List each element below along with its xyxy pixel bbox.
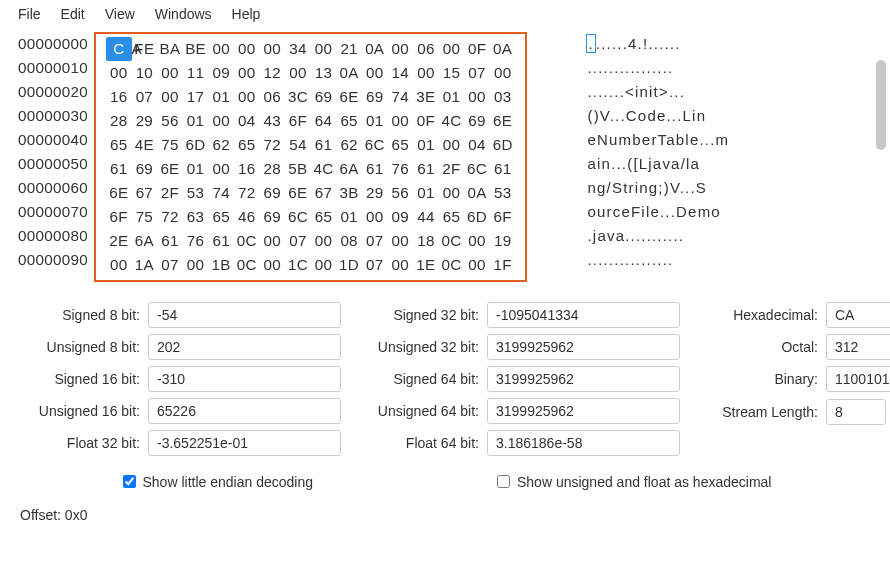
hex-byte[interactable]: 72 bbox=[260, 133, 286, 157]
input-u8[interactable] bbox=[148, 334, 341, 360]
hex-byte[interactable]: 0A bbox=[464, 181, 490, 205]
hex-byte[interactable]: 65 bbox=[106, 133, 132, 157]
checkbox-endian[interactable] bbox=[123, 475, 136, 488]
hex-byte[interactable]: 1A bbox=[132, 253, 158, 277]
hex-byte[interactable]: 6F bbox=[285, 109, 311, 133]
hex-byte[interactable]: 69 bbox=[464, 109, 490, 133]
hex-byte[interactable]: 76 bbox=[388, 157, 414, 181]
hex-row[interactable]: 160700170100063C696E69743E010003 bbox=[106, 85, 516, 109]
hex-byte[interactable]: 09 bbox=[208, 61, 234, 85]
input-u64[interactable] bbox=[487, 398, 680, 424]
hex-byte[interactable]: 6D bbox=[490, 133, 516, 157]
hex-byte[interactable]: 4C bbox=[439, 109, 465, 133]
hex-byte[interactable]: 00 bbox=[388, 229, 414, 253]
hex-byte[interactable]: 1B bbox=[208, 253, 234, 277]
hex-byte[interactable]: 53 bbox=[490, 181, 516, 205]
hex-byte[interactable]: 72 bbox=[234, 181, 260, 205]
hex-byte[interactable]: 00 bbox=[183, 253, 209, 277]
hex-byte[interactable]: 07 bbox=[132, 85, 158, 109]
hex-row[interactable]: 0010001109001200130A001400150700 bbox=[106, 61, 516, 85]
hex-byte[interactable]: 44 bbox=[413, 205, 439, 229]
hex-byte[interactable]: 69 bbox=[362, 85, 388, 109]
hex-byte[interactable]: 00 bbox=[388, 37, 414, 61]
checkbox-endian-label[interactable]: Show little endian decoding bbox=[119, 472, 313, 491]
hex-byte[interactable]: 6A bbox=[132, 229, 158, 253]
hex-byte[interactable]: 12 bbox=[260, 61, 286, 85]
hex-byte[interactable]: 6A bbox=[336, 157, 362, 181]
hex-byte[interactable]: 0F bbox=[413, 109, 439, 133]
hex-byte[interactable]: 00 bbox=[388, 109, 414, 133]
ascii-row[interactable]: ain...([Ljava/la bbox=[587, 152, 729, 176]
hex-byte[interactable]: 00 bbox=[208, 37, 234, 61]
input-f64[interactable] bbox=[487, 430, 680, 456]
hex-byte[interactable]: 29 bbox=[132, 109, 158, 133]
hex-byte[interactable]: 00 bbox=[362, 61, 388, 85]
hex-byte[interactable]: 65 bbox=[208, 205, 234, 229]
hex-byte[interactable]: 3E bbox=[413, 85, 439, 109]
ascii-row[interactable]: .......<init>... bbox=[587, 80, 729, 104]
input-s64[interactable] bbox=[487, 366, 680, 392]
hex-byte[interactable]: 6F bbox=[490, 205, 516, 229]
hex-byte[interactable]: 75 bbox=[132, 205, 158, 229]
menu-file[interactable]: File bbox=[8, 4, 51, 24]
hex-byte[interactable]: 65 bbox=[336, 109, 362, 133]
hex-byte[interactable]: 0C bbox=[234, 253, 260, 277]
hex-byte[interactable]: 07 bbox=[157, 253, 183, 277]
hex-byte[interactable]: 5B bbox=[285, 157, 311, 181]
input-hex[interactable] bbox=[826, 302, 890, 328]
hex-byte[interactable]: 00 bbox=[234, 37, 260, 61]
hex-byte[interactable]: 62 bbox=[208, 133, 234, 157]
hex-row[interactable]: CAFEBABE0000003400210A0006000F0A bbox=[106, 37, 516, 61]
hex-byte[interactable]: 04 bbox=[234, 109, 260, 133]
hex-byte[interactable]: 0A bbox=[336, 61, 362, 85]
hex-byte[interactable]: 10 bbox=[132, 61, 158, 85]
hex-byte[interactable]: 34 bbox=[285, 37, 311, 61]
ascii-row[interactable]: eNumberTable...m bbox=[587, 128, 729, 152]
hex-byte[interactable]: CA bbox=[106, 37, 132, 61]
hex-byte[interactable]: 00 bbox=[234, 61, 260, 85]
hex-byte[interactable]: 00 bbox=[464, 229, 490, 253]
hex-byte[interactable]: 61 bbox=[106, 157, 132, 181]
hex-byte[interactable]: 07 bbox=[362, 253, 388, 277]
input-s8[interactable] bbox=[148, 302, 341, 328]
hex-byte[interactable]: 00 bbox=[157, 85, 183, 109]
hex-byte[interactable]: 00 bbox=[388, 253, 414, 277]
hex-byte[interactable]: 06 bbox=[413, 37, 439, 61]
ascii-row[interactable]: ng/String;)V...S bbox=[587, 176, 729, 200]
hex-byte[interactable]: 0C bbox=[234, 229, 260, 253]
hex-byte[interactable]: 2F bbox=[157, 181, 183, 205]
hex-row[interactable]: 654E756D6265725461626C650100046D bbox=[106, 133, 516, 157]
hex-byte[interactable]: 6D bbox=[464, 205, 490, 229]
hex-byte[interactable]: 67 bbox=[311, 181, 337, 205]
hex-byte[interactable]: 6F bbox=[106, 205, 132, 229]
hex-byte[interactable]: 09 bbox=[388, 205, 414, 229]
hex-byte[interactable]: 6C bbox=[362, 133, 388, 157]
hex-byte[interactable]: 00 bbox=[439, 37, 465, 61]
menu-view[interactable]: View bbox=[95, 4, 145, 24]
hex-byte[interactable]: 0A bbox=[362, 37, 388, 61]
hex-data[interactable]: CAFEBABE0000003400210A0006000F0A00100011… bbox=[94, 32, 528, 282]
hex-byte[interactable]: 00 bbox=[260, 253, 286, 277]
hex-byte[interactable]: 6E bbox=[336, 85, 362, 109]
hex-byte[interactable]: 75 bbox=[157, 133, 183, 157]
hex-byte[interactable]: 01 bbox=[362, 109, 388, 133]
checkbox-hex-label[interactable]: Show unsigned and float as hexadecimal bbox=[493, 472, 772, 491]
ascii-column[interactable]: .......4.!.............................<… bbox=[587, 32, 729, 282]
hex-row[interactable]: 61696E010016285B4C6A6176612F6C61 bbox=[106, 157, 516, 181]
hex-byte[interactable]: 15 bbox=[439, 61, 465, 85]
hex-byte[interactable]: BA bbox=[157, 37, 183, 61]
hex-byte[interactable]: FE bbox=[132, 37, 158, 61]
hex-byte[interactable]: 69 bbox=[132, 157, 158, 181]
hex-byte[interactable]: 01 bbox=[413, 133, 439, 157]
hex-byte[interactable]: 61 bbox=[362, 157, 388, 181]
hex-byte[interactable]: 69 bbox=[260, 205, 286, 229]
hex-byte[interactable]: 06 bbox=[260, 85, 286, 109]
hex-byte[interactable]: 21 bbox=[336, 37, 362, 61]
hex-byte[interactable]: 00 bbox=[311, 37, 337, 61]
hex-byte[interactable]: 00 bbox=[234, 85, 260, 109]
hex-byte[interactable]: 00 bbox=[413, 61, 439, 85]
hex-byte[interactable]: 4E bbox=[132, 133, 158, 157]
input-oct[interactable] bbox=[826, 334, 890, 360]
hex-byte[interactable]: 00 bbox=[208, 109, 234, 133]
hex-byte[interactable]: 01 bbox=[439, 85, 465, 109]
